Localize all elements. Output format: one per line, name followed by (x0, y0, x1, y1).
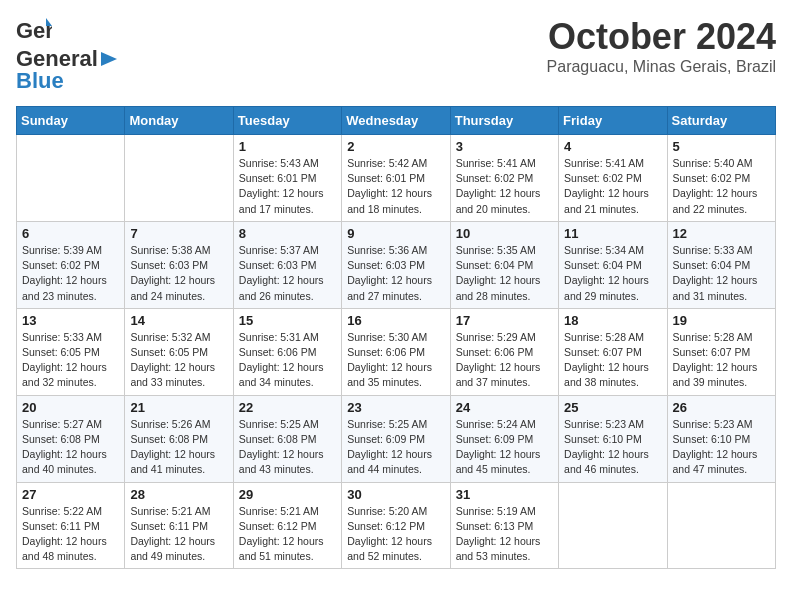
calendar-body: 1Sunrise: 5:43 AMSunset: 6:01 PMDaylight… (17, 135, 776, 569)
day-number: 15 (239, 313, 336, 328)
day-number: 21 (130, 400, 227, 415)
day-info: Sunrise: 5:39 AMSunset: 6:02 PMDaylight:… (22, 243, 119, 304)
calendar-header-row: SundayMondayTuesdayWednesdayThursdayFrid… (17, 107, 776, 135)
calendar-week-1: 1Sunrise: 5:43 AMSunset: 6:01 PMDaylight… (17, 135, 776, 222)
day-number: 4 (564, 139, 661, 154)
calendar-cell: 24Sunrise: 5:24 AMSunset: 6:09 PMDayligh… (450, 395, 558, 482)
calendar-cell: 28Sunrise: 5:21 AMSunset: 6:11 PMDayligh… (125, 482, 233, 569)
weekday-header-saturday: Saturday (667, 107, 775, 135)
page-header: General General Blue October 2024 Paragu… (16, 16, 776, 94)
day-number: 6 (22, 226, 119, 241)
day-number: 10 (456, 226, 553, 241)
weekday-header-tuesday: Tuesday (233, 107, 341, 135)
day-info: Sunrise: 5:42 AMSunset: 6:01 PMDaylight:… (347, 156, 444, 217)
day-number: 27 (22, 487, 119, 502)
day-info: Sunrise: 5:33 AMSunset: 6:04 PMDaylight:… (673, 243, 770, 304)
day-info: Sunrise: 5:32 AMSunset: 6:05 PMDaylight:… (130, 330, 227, 391)
calendar-cell (559, 482, 667, 569)
day-info: Sunrise: 5:35 AMSunset: 6:04 PMDaylight:… (456, 243, 553, 304)
calendar-cell: 30Sunrise: 5:20 AMSunset: 6:12 PMDayligh… (342, 482, 450, 569)
day-info: Sunrise: 5:25 AMSunset: 6:08 PMDaylight:… (239, 417, 336, 478)
logo-arrow-icon (99, 50, 121, 68)
day-number: 7 (130, 226, 227, 241)
calendar-cell: 10Sunrise: 5:35 AMSunset: 6:04 PMDayligh… (450, 221, 558, 308)
calendar-cell: 27Sunrise: 5:22 AMSunset: 6:11 PMDayligh… (17, 482, 125, 569)
calendar-week-3: 13Sunrise: 5:33 AMSunset: 6:05 PMDayligh… (17, 308, 776, 395)
calendar-cell: 2Sunrise: 5:42 AMSunset: 6:01 PMDaylight… (342, 135, 450, 222)
day-info: Sunrise: 5:34 AMSunset: 6:04 PMDaylight:… (564, 243, 661, 304)
day-number: 11 (564, 226, 661, 241)
day-info: Sunrise: 5:37 AMSunset: 6:03 PMDaylight:… (239, 243, 336, 304)
calendar-cell: 1Sunrise: 5:43 AMSunset: 6:01 PMDaylight… (233, 135, 341, 222)
svg-marker-2 (101, 52, 117, 66)
day-number: 29 (239, 487, 336, 502)
day-number: 20 (22, 400, 119, 415)
day-info: Sunrise: 5:25 AMSunset: 6:09 PMDaylight:… (347, 417, 444, 478)
calendar-cell: 29Sunrise: 5:21 AMSunset: 6:12 PMDayligh… (233, 482, 341, 569)
calendar-cell (125, 135, 233, 222)
calendar-cell: 19Sunrise: 5:28 AMSunset: 6:07 PMDayligh… (667, 308, 775, 395)
calendar-cell: 7Sunrise: 5:38 AMSunset: 6:03 PMDaylight… (125, 221, 233, 308)
day-info: Sunrise: 5:21 AMSunset: 6:11 PMDaylight:… (130, 504, 227, 565)
calendar-cell: 25Sunrise: 5:23 AMSunset: 6:10 PMDayligh… (559, 395, 667, 482)
day-number: 12 (673, 226, 770, 241)
day-number: 14 (130, 313, 227, 328)
day-number: 26 (673, 400, 770, 415)
day-info: Sunrise: 5:31 AMSunset: 6:06 PMDaylight:… (239, 330, 336, 391)
day-number: 31 (456, 487, 553, 502)
day-info: Sunrise: 5:38 AMSunset: 6:03 PMDaylight:… (130, 243, 227, 304)
day-info: Sunrise: 5:33 AMSunset: 6:05 PMDaylight:… (22, 330, 119, 391)
day-number: 18 (564, 313, 661, 328)
calendar-cell (667, 482, 775, 569)
calendar-cell: 15Sunrise: 5:31 AMSunset: 6:06 PMDayligh… (233, 308, 341, 395)
calendar-cell: 22Sunrise: 5:25 AMSunset: 6:08 PMDayligh… (233, 395, 341, 482)
calendar-cell: 14Sunrise: 5:32 AMSunset: 6:05 PMDayligh… (125, 308, 233, 395)
day-info: Sunrise: 5:36 AMSunset: 6:03 PMDaylight:… (347, 243, 444, 304)
day-info: Sunrise: 5:24 AMSunset: 6:09 PMDaylight:… (456, 417, 553, 478)
calendar-cell: 18Sunrise: 5:28 AMSunset: 6:07 PMDayligh… (559, 308, 667, 395)
day-number: 17 (456, 313, 553, 328)
day-info: Sunrise: 5:30 AMSunset: 6:06 PMDaylight:… (347, 330, 444, 391)
weekday-header-friday: Friday (559, 107, 667, 135)
calendar-cell: 23Sunrise: 5:25 AMSunset: 6:09 PMDayligh… (342, 395, 450, 482)
title-block: October 2024 Paraguacu, Minas Gerais, Br… (547, 16, 776, 76)
day-number: 5 (673, 139, 770, 154)
weekday-header-monday: Monday (125, 107, 233, 135)
logo-blue: Blue (16, 68, 64, 94)
calendar-cell: 13Sunrise: 5:33 AMSunset: 6:05 PMDayligh… (17, 308, 125, 395)
calendar-cell: 3Sunrise: 5:41 AMSunset: 6:02 PMDaylight… (450, 135, 558, 222)
day-info: Sunrise: 5:20 AMSunset: 6:12 PMDaylight:… (347, 504, 444, 565)
calendar-cell: 20Sunrise: 5:27 AMSunset: 6:08 PMDayligh… (17, 395, 125, 482)
calendar-cell: 5Sunrise: 5:40 AMSunset: 6:02 PMDaylight… (667, 135, 775, 222)
logo-icon: General (16, 16, 52, 46)
weekday-header-thursday: Thursday (450, 107, 558, 135)
calendar-cell: 9Sunrise: 5:36 AMSunset: 6:03 PMDaylight… (342, 221, 450, 308)
month-title: October 2024 (547, 16, 776, 58)
logo: General General Blue (16, 16, 122, 94)
calendar-cell: 8Sunrise: 5:37 AMSunset: 6:03 PMDaylight… (233, 221, 341, 308)
day-info: Sunrise: 5:43 AMSunset: 6:01 PMDaylight:… (239, 156, 336, 217)
day-number: 30 (347, 487, 444, 502)
calendar-cell: 6Sunrise: 5:39 AMSunset: 6:02 PMDaylight… (17, 221, 125, 308)
location: Paraguacu, Minas Gerais, Brazil (547, 58, 776, 76)
day-info: Sunrise: 5:41 AMSunset: 6:02 PMDaylight:… (456, 156, 553, 217)
day-number: 22 (239, 400, 336, 415)
day-number: 1 (239, 139, 336, 154)
day-number: 23 (347, 400, 444, 415)
calendar-cell: 4Sunrise: 5:41 AMSunset: 6:02 PMDaylight… (559, 135, 667, 222)
day-info: Sunrise: 5:27 AMSunset: 6:08 PMDaylight:… (22, 417, 119, 478)
day-info: Sunrise: 5:28 AMSunset: 6:07 PMDaylight:… (673, 330, 770, 391)
day-info: Sunrise: 5:40 AMSunset: 6:02 PMDaylight:… (673, 156, 770, 217)
day-info: Sunrise: 5:23 AMSunset: 6:10 PMDaylight:… (673, 417, 770, 478)
day-number: 9 (347, 226, 444, 241)
calendar-week-2: 6Sunrise: 5:39 AMSunset: 6:02 PMDaylight… (17, 221, 776, 308)
calendar-cell: 16Sunrise: 5:30 AMSunset: 6:06 PMDayligh… (342, 308, 450, 395)
calendar-cell: 17Sunrise: 5:29 AMSunset: 6:06 PMDayligh… (450, 308, 558, 395)
day-number: 24 (456, 400, 553, 415)
calendar-cell (17, 135, 125, 222)
day-number: 16 (347, 313, 444, 328)
calendar-cell: 11Sunrise: 5:34 AMSunset: 6:04 PMDayligh… (559, 221, 667, 308)
calendar-cell: 31Sunrise: 5:19 AMSunset: 6:13 PMDayligh… (450, 482, 558, 569)
calendar-week-4: 20Sunrise: 5:27 AMSunset: 6:08 PMDayligh… (17, 395, 776, 482)
calendar-cell: 21Sunrise: 5:26 AMSunset: 6:08 PMDayligh… (125, 395, 233, 482)
